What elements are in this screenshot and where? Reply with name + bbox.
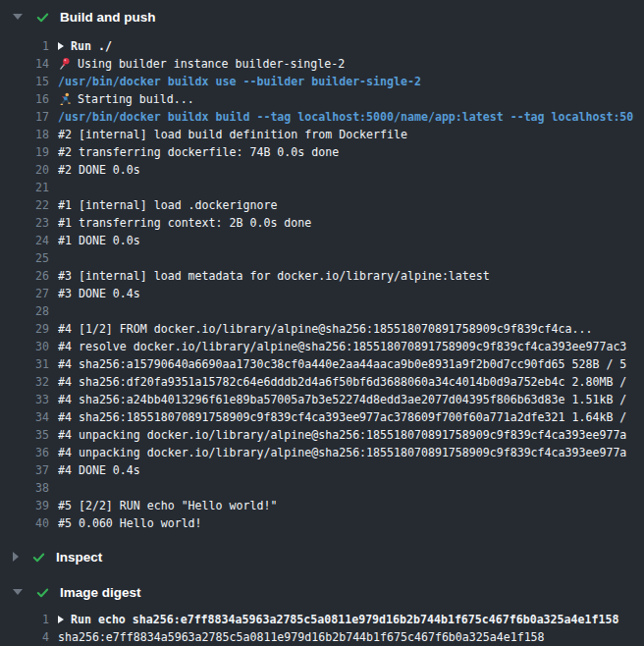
line-number[interactable]: 20 [0,161,49,179]
log-line-text: #4 unpacking docker.io/library/alpine@sh… [58,444,644,461]
expander-triangle-icon[interactable] [58,616,64,623]
line-number[interactable]: 24 [0,232,49,249]
line-number[interactable]: 32 [0,373,49,391]
log-line[interactable]: 39 #5 [2/2] RUN echo "Hello world!" [0,497,644,514]
line-number[interactable]: 27 [0,285,49,302]
log-line[interactable]: 1 Run echo sha256:e7ff8834a5963a2785c5a0… [0,611,644,628]
log-line[interactable]: 16 Starting build... [0,90,644,108]
chevron-down-icon[interactable] [13,589,23,595]
log-line[interactable]: 14 Using builder instance builder-single… [0,55,644,73]
log-section-build-and-push: Build and push 1 Run ./ 14 Using builder… [0,6,644,540]
line-number[interactable]: 40 [0,514,49,532]
log-line[interactable]: 38 [0,479,644,497]
log-line[interactable]: 25 [0,249,644,267]
line-number[interactable]: 16 [0,90,49,108]
line-number[interactable]: 38 [0,479,49,497]
log-line[interactable]: 30 #4 resolve docker.io/library/alpine@s… [0,338,644,355]
log-line-text: /usr/bin/docker buildx build --tag local… [58,108,644,126]
line-number[interactable]: 26 [0,267,49,285]
log-text: Run echo sha256:e7ff8834a5963a2785c5a081… [71,611,618,628]
log-text: sha256:e7ff8834a5963a2785c5a0811e979d16b… [58,628,545,646]
check-icon [31,550,46,565]
log-text: Using builder instance builder-single-2 [78,55,345,73]
section-header-inspect[interactable]: Inspect [0,546,644,567]
line-number[interactable]: 1 [0,37,49,55]
log-line[interactable]: 34 #4 sha256:185518070891758909c9f839cf4… [0,408,644,426]
log-text: #5 [2/2] RUN echo "Hello world!" [58,497,277,514]
log-text: #2 transferring dockerfile: 74B 0.0s don… [58,143,339,161]
line-number[interactable]: 31 [0,355,49,373]
chevron-right-icon[interactable] [13,552,19,562]
line-number[interactable]: 39 [0,497,49,514]
log-text: #4 resolve docker.io/library/alpine@sha2… [58,338,626,355]
line-number[interactable]: 28 [0,302,49,320]
log-text: #5 0.060 Hello world! [58,514,202,532]
line-number[interactable]: 35 [0,426,49,444]
log-line[interactable]: 4 sha256:e7ff8834a5963a2785c5a0811e979d1… [0,628,644,646]
log-line-text: Starting build... [58,90,644,108]
line-number[interactable]: 17 [0,108,49,126]
log-line[interactable]: 31 #4 sha256:a15790640a6690aa1730c38cf0a… [0,355,644,373]
log-line-text: #2 DONE 0.0s [58,161,644,179]
log-text: #4 sha256:df20fa9351a15782c64e6dddb2d4a6… [58,373,626,391]
log-line[interactable]: 26 #3 [internal] load metadata for docke… [0,267,644,285]
line-number[interactable]: 25 [0,249,49,267]
log-line[interactable]: 18 #2 [internal] load build definition f… [0,126,644,143]
log-line[interactable]: 17 /usr/bin/docker buildx build --tag lo… [0,108,644,126]
log-line[interactable]: 35 #4 unpacking docker.io/library/alpine… [0,426,644,444]
log-text: #4 unpacking docker.io/library/alpine@sh… [58,426,626,444]
log-text: Run ./ [71,37,112,55]
line-number[interactable]: 18 [0,126,49,143]
log-line[interactable]: 15 /usr/bin/docker buildx use --builder … [0,73,644,90]
line-number[interactable]: 37 [0,461,49,479]
log-text: #4 sha256:a24bb4013296f61e89ba57005a7b3e… [58,391,626,408]
log-text: #3 [internal] load metadata for docker.i… [58,267,490,285]
line-number[interactable]: 23 [0,214,49,232]
line-number[interactable]: 15 [0,73,49,90]
line-number[interactable]: 30 [0,338,49,355]
line-number[interactable]: 29 [0,320,49,338]
log-line-text: #4 sha256:a24bb4013296f61e89ba57005a7b3e… [58,391,644,408]
log-line[interactable]: 24 #1 DONE 0.0s [0,232,644,249]
log-line[interactable]: 27 #3 DONE 0.4s [0,285,644,302]
log-line[interactable]: 28 [0,302,644,320]
log-line[interactable]: 29 #4 [1/2] FROM docker.io/library/alpin… [0,320,644,338]
line-number[interactable]: 36 [0,444,49,461]
log-text: #1 transferring context: 2B 0.0s done [58,214,311,232]
chevron-down-icon[interactable] [13,14,23,20]
log-text: #1 [internal] load .dockerignore [58,196,277,214]
line-number[interactable]: 19 [0,143,49,161]
log-text: Starting build... [78,90,194,108]
log-line[interactable]: 36 #4 unpacking docker.io/library/alpine… [0,444,644,461]
line-number[interactable]: 4 [0,628,49,646]
expander-triangle-icon[interactable] [58,42,64,50]
log-line[interactable]: 20 #2 DONE 0.0s [0,161,644,179]
line-number[interactable]: 33 [0,391,49,408]
log-line[interactable]: 19 #2 transferring dockerfile: 74B 0.0s … [0,143,644,161]
log-line[interactable]: 37 #4 DONE 0.4s [0,461,644,479]
log-text: /usr/bin/docker buildx use --builder bui… [58,73,421,90]
log-line-text: #4 unpacking docker.io/library/alpine@sh… [58,426,644,444]
line-number[interactable]: 14 [0,55,49,73]
line-number[interactable]: 1 [0,611,49,628]
line-number[interactable]: 21 [0,179,49,196]
log-line[interactable]: 23 #1 transferring context: 2B 0.0s done [0,214,644,232]
line-number[interactable]: 22 [0,196,49,214]
log-line[interactable]: 21 [0,179,644,196]
log-line[interactable]: 1 Run ./ [0,37,644,55]
log-line-text: #5 [2/2] RUN echo "Hello world!" [58,497,644,514]
log-line[interactable]: 33 #4 sha256:a24bb4013296f61e89ba57005a7… [0,391,644,408]
log-line[interactable]: 32 #4 sha256:df20fa9351a15782c64e6dddb2d… [0,373,644,391]
log-line-text: Run echo sha256:e7ff8834a5963a2785c5a081… [58,611,644,628]
line-number[interactable]: 34 [0,408,49,426]
log-line[interactable]: 22 #1 [internal] load .dockerignore [0,196,644,214]
log-line[interactable]: 40 #5 0.060 Hello world! [0,514,644,532]
log-text: /usr/bin/docker buildx build --tag local… [58,108,633,126]
log-line-text: #4 DONE 0.4s [58,461,644,479]
log-text: #4 sha256:a15790640a6690aa1730c38cf0a440… [58,355,626,373]
log-block: 1 Run ./ 14 Using builder instance build… [0,27,644,540]
section-header-build-and-push[interactable]: Build and push [0,6,644,27]
log-line-text: #4 sha256:df20fa9351a15782c64e6dddb2d4a6… [58,373,644,391]
log-line-text: #4 sha256:a15790640a6690aa1730c38cf0a440… [58,355,644,373]
section-header-image-digest[interactable]: Image digest [0,581,644,603]
